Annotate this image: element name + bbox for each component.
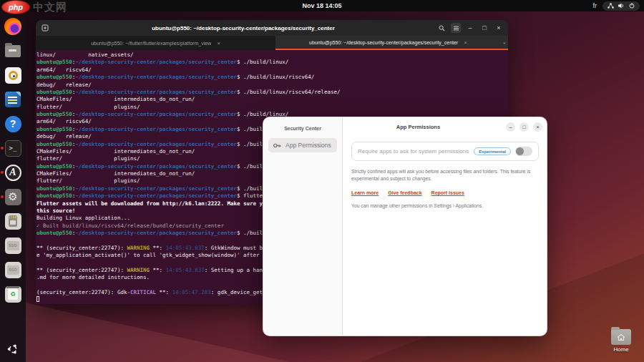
dock-item-help[interactable]: ?: [0, 114, 26, 133]
links-row: Learn more Give feedback Report issues: [351, 190, 539, 195]
desktop-screen: Nov 18 14:05 fr php 中文网 ? >_ A ⚙ SSD SSD…: [0, 0, 644, 362]
search-icon: [439, 25, 445, 31]
sidebar-item-label: App Permissions: [286, 142, 331, 149]
require-permissions-card: Require apps to ask for system permissio…: [351, 142, 539, 161]
dock-item-sd-card[interactable]: [0, 212, 26, 230]
hamburger-icon: [453, 25, 459, 31]
terminal-line: ubuntu@p550:~/desktop-security-center/pa…: [36, 89, 508, 96]
tab-label: ubuntu@p550: ~/flutter/flutter/examples/…: [91, 41, 211, 46]
power-icon: [629, 3, 635, 9]
running-indicator: [1, 195, 4, 198]
give-feedback-link[interactable]: Give feedback: [388, 190, 421, 195]
terminal-titlebar[interactable]: ubuntu@p550: ~/desktop-security-center/p…: [36, 20, 508, 36]
rhythmbox-icon: [5, 67, 21, 84]
maximize-button[interactable]: □: [479, 23, 489, 33]
security-center-sidebar: Security Center App Permissions: [263, 117, 343, 336]
running-indicator: [1, 147, 4, 150]
key-icon: [273, 142, 281, 149]
terminal-tab-active[interactable]: ubuntu@p550: ~/desktop-security-center/p…: [275, 36, 501, 50]
terminal-line: CMakeFiles/ intermediates_do_not_run/: [36, 96, 508, 103]
dock-item-terminal[interactable]: >_: [0, 139, 26, 157]
menu-button[interactable]: [451, 23, 461, 33]
terminal-tab-bar: ubuntu@p550: ~/flutter/flutter/examples/…: [36, 36, 508, 50]
document-icon: [5, 92, 21, 107]
home-label: Home: [613, 346, 628, 353]
page-title: App Permissions: [343, 124, 494, 130]
system-menu[interactable]: [602, 1, 640, 11]
php-site-text: 中文网: [33, 1, 67, 14]
ssd-icon: SSD: [5, 238, 21, 254]
home-folder-icon: [611, 329, 631, 345]
php-logo-text: php: [9, 3, 23, 11]
app-center-icon: A: [5, 165, 21, 181]
dock-item-ssd-1[interactable]: SSD: [0, 236, 26, 255]
experimental-badge: Experimental: [474, 147, 511, 155]
desktop-home-shortcut[interactable]: Home: [603, 329, 639, 353]
tab-close-icon[interactable]: ×: [214, 40, 220, 47]
search-button[interactable]: [436, 23, 447, 33]
system-tray: fr: [593, 0, 640, 11]
dock-item-trash[interactable]: ♻: [0, 285, 26, 303]
terminal-line: ubuntu@p550:~/desktop-security-center/pa…: [36, 59, 508, 66]
sidebar-title: Security Center: [263, 122, 342, 138]
house-icon: [617, 333, 625, 341]
keyboard-layout-indicator[interactable]: fr: [593, 2, 597, 9]
top-bar: Nov 18 14:05 fr: [0, 0, 644, 11]
dock-item-firefox[interactable]: [0, 17, 26, 36]
ssd-icon: SSD: [5, 262, 21, 278]
php-watermark-logo: php 中文网: [1, 0, 67, 14]
dock-item-ssd-2[interactable]: SSD: [0, 260, 26, 279]
show-apps-icon: [7, 343, 19, 355]
dock-item-document[interactable]: [0, 90, 26, 109]
require-permissions-label: Require apps to ask for system permissio…: [358, 148, 469, 155]
require-permissions-toggle[interactable]: [515, 147, 532, 156]
new-tab-icon: [42, 24, 49, 31]
tab-list-chevron-icon[interactable]: ⌄: [501, 36, 508, 50]
terminal-line: flutter/ plugins/: [36, 104, 508, 111]
running-indicator: [1, 171, 4, 174]
terminal-line: linux/ native_assets/: [36, 52, 508, 59]
dock-item-rhythmbox[interactable]: [0, 66, 26, 84]
dock-item-files[interactable]: [0, 41, 26, 60]
security-center-window: Security Center App Permissions App Perm…: [263, 117, 547, 336]
security-center-content: Require apps to ask for system permissio…: [343, 136, 547, 208]
close-button[interactable]: ×: [533, 122, 542, 132]
toggle-knob: [516, 147, 524, 155]
window-controls: – □ ×: [506, 122, 542, 132]
report-issues-link[interactable]: Report issues: [431, 190, 464, 195]
volume-icon: [618, 3, 625, 9]
terminal-window-title: ubuntu@p550: ~/desktop-security-center/p…: [54, 25, 432, 31]
clock[interactable]: Nov 18 14:05: [302, 2, 341, 9]
terminal-tab-inactive[interactable]: ubuntu@p550: ~/flutter/flutter/examples/…: [36, 36, 275, 50]
terminal-line: debug/ release/: [36, 82, 508, 89]
minimize-button[interactable]: –: [506, 122, 515, 132]
dock-item-app-center[interactable]: A: [0, 163, 26, 182]
learn-more-link[interactable]: Learn more: [351, 190, 379, 195]
new-tab-button[interactable]: [40, 23, 50, 33]
help-icon: ?: [5, 116, 21, 132]
terminal-cursor: [36, 296, 39, 302]
show-apps-button[interactable]: [7, 343, 19, 358]
maximize-button[interactable]: □: [519, 122, 529, 132]
trash-icon: ♻: [5, 286, 21, 303]
sd-card-icon: [5, 213, 21, 230]
terminal-icon: >_: [5, 140, 21, 157]
sidebar-item-app-permissions[interactable]: App Permissions: [268, 138, 337, 152]
tab-label: ubuntu@p550: ~/desktop-security-center/p…: [309, 40, 458, 45]
dock-item-settings[interactable]: ⚙: [0, 187, 26, 206]
terminal-line: ubuntu@p550:~/desktop-security-center/pa…: [36, 74, 508, 81]
settings-icon: ⚙: [5, 189, 21, 205]
close-button[interactable]: ×: [494, 23, 504, 33]
network-icon: [608, 3, 614, 9]
tab-close-icon[interactable]: ×: [461, 39, 467, 46]
dock: ? >_ A ⚙ SSD SSD ♻: [0, 11, 26, 362]
php-logo-oval: php: [1, 0, 30, 14]
files-icon: [5, 45, 21, 57]
security-center-header[interactable]: App Permissions – □ ×: [343, 117, 547, 136]
settings-footnote: You can manage other permissions in Sett…: [351, 203, 539, 208]
minimize-button[interactable]: –: [465, 23, 475, 33]
terminal-line: arm64/ riscv64/: [36, 67, 508, 74]
firefox-icon: [4, 18, 21, 35]
security-center-main: App Permissions – □ × Require apps to as…: [343, 117, 547, 336]
feature-description: Strictly confined apps will ask you befo…: [351, 168, 539, 182]
